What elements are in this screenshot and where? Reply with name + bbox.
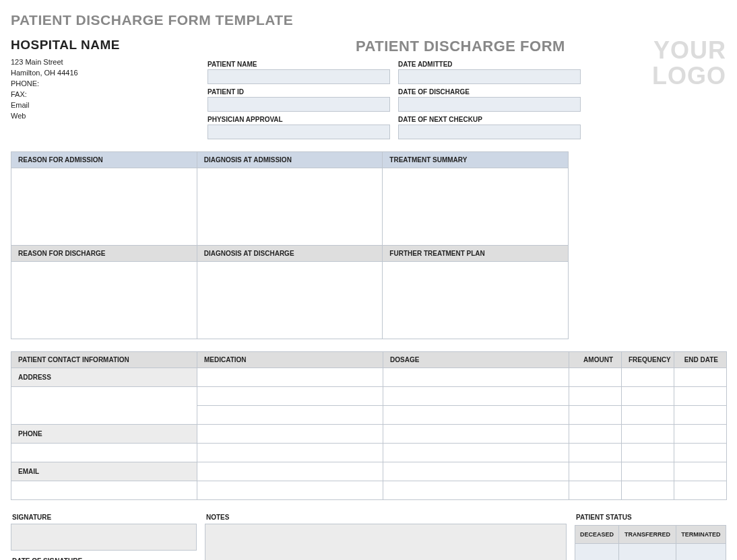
med-cell[interactable]: [197, 425, 383, 444]
med-cell[interactable]: [674, 444, 727, 462]
cell-terminated[interactable]: [676, 544, 726, 561]
med-cell[interactable]: [622, 387, 674, 406]
th-dosage: DOSAGE: [383, 352, 569, 368]
hospital-info: HOSPITAL NAME 123 Main Street Hamilton, …: [11, 38, 197, 143]
med-cell[interactable]: [622, 425, 674, 444]
th-contact-info: PATIENT CONTACT INFORMATION: [11, 352, 197, 368]
body-reason-discharge[interactable]: [11, 262, 197, 339]
label-date-signature: DATE OF SIGNATURE: [11, 555, 197, 560]
med-cell[interactable]: [197, 444, 383, 462]
notes-column: NOTES: [205, 511, 567, 560]
logo-text: YOUR LOGO: [591, 38, 726, 89]
med-cell[interactable]: [197, 462, 383, 481]
status-column: PATIENT STATUS DECEASED TRANSFERRED TERM…: [575, 511, 726, 560]
med-cell[interactable]: [674, 368, 727, 387]
label-address: ADDRESS: [11, 368, 197, 387]
med-cell[interactable]: [569, 481, 622, 500]
header-further-plan: FURTHER TREATMENT PLAN: [383, 246, 569, 262]
hospital-name: HOSPITAL NAME: [11, 38, 197, 53]
med-cell[interactable]: [674, 406, 727, 425]
hospital-addr2: Hamilton, OH 44416: [11, 69, 197, 77]
hospital-email-label: Email: [11, 101, 197, 109]
hospital-web-label: Web: [11, 112, 197, 120]
med-cell[interactable]: [622, 406, 674, 425]
med-cell[interactable]: [383, 368, 569, 387]
med-cell[interactable]: [383, 387, 569, 406]
body-further-plan[interactable]: [383, 262, 569, 339]
input-phone[interactable]: [11, 444, 197, 462]
form-title: PATIENT DISCHARGE FORM: [207, 38, 581, 55]
med-cell[interactable]: [197, 387, 383, 406]
med-cell[interactable]: [383, 406, 569, 425]
th-terminated: TERMINATED: [676, 526, 726, 544]
input-date-discharge[interactable]: [398, 97, 581, 112]
med-cell[interactable]: [569, 387, 622, 406]
page-title: PATIENT DISCHARGE FORM TEMPLATE: [11, 12, 726, 28]
header-diagnosis-discharge: DIAGNOSIS AT DISCHARGE: [197, 246, 383, 262]
med-cell[interactable]: [674, 387, 727, 406]
med-cell[interactable]: [383, 444, 569, 462]
header-diagnosis-admission: DIAGNOSIS AT ADMISSION: [197, 151, 383, 168]
med-cell[interactable]: [622, 444, 674, 462]
input-signature[interactable]: [11, 524, 197, 551]
th-medication: MEDICATION: [197, 352, 383, 368]
med-cell[interactable]: [569, 406, 622, 425]
hospital-phone-label: PHONE:: [11, 79, 197, 88]
input-physician-approval[interactable]: [207, 125, 390, 139]
label-email: EMAIL: [11, 462, 197, 481]
med-cell[interactable]: [622, 481, 674, 500]
label-physician-approval: PHYSICIAN APPROVAL: [207, 116, 390, 123]
label-next-checkup: DATE OF NEXT CHECKUP: [398, 116, 581, 123]
th-frequency: FREQUENCY: [622, 352, 674, 368]
th-amount: AMOUNT: [569, 352, 622, 368]
med-cell[interactable]: [569, 462, 622, 481]
body-reason-admission[interactable]: [11, 168, 197, 246]
top-row: HOSPITAL NAME 123 Main Street Hamilton, …: [11, 38, 726, 143]
footer-block: SIGNATURE DATE OF SIGNATURE NOTES PATIEN…: [11, 511, 726, 560]
med-cell[interactable]: [622, 368, 674, 387]
label-patient-name: PATIENT NAME: [207, 61, 390, 68]
med-cell[interactable]: [569, 368, 622, 387]
med-cell[interactable]: [674, 425, 727, 444]
med-cell[interactable]: [383, 425, 569, 444]
input-patient-name[interactable]: [207, 69, 390, 84]
med-cell[interactable]: [674, 481, 727, 500]
medication-table: PATIENT CONTACT INFORMATION MEDICATION D…: [11, 351, 727, 500]
med-cell[interactable]: [197, 406, 383, 425]
status-table: DECEASED TRANSFERRED TERMINATED: [575, 525, 726, 560]
label-date-discharge: DATE OF DISCHARGE: [398, 88, 581, 96]
th-deceased: DECEASED: [575, 526, 619, 544]
input-next-checkup[interactable]: [398, 125, 581, 139]
th-transferred: TRANSFERRED: [619, 526, 676, 544]
med-cell[interactable]: [383, 462, 569, 481]
input-notes[interactable]: [205, 524, 567, 560]
label-patient-id: PATIENT ID: [207, 88, 390, 96]
hospital-addr1: 123 Main Street: [11, 58, 197, 66]
med-cell[interactable]: [569, 444, 622, 462]
header-treatment-summary: TREATMENT SUMMARY: [383, 151, 569, 168]
med-cell[interactable]: [383, 481, 569, 500]
med-cell[interactable]: [622, 462, 674, 481]
med-cell[interactable]: [197, 368, 383, 387]
input-date-admitted[interactable]: [398, 69, 581, 84]
input-email[interactable]: [11, 481, 197, 500]
med-cell[interactable]: [569, 425, 622, 444]
body-diagnosis-discharge[interactable]: [197, 262, 383, 339]
th-end-date: END DATE: [674, 352, 727, 368]
med-cell[interactable]: [674, 462, 727, 481]
body-treatment-summary[interactable]: [383, 168, 569, 246]
header-reason-discharge: REASON FOR DISCHARGE: [11, 246, 197, 262]
med-cell[interactable]: [197, 481, 383, 500]
signature-column: SIGNATURE DATE OF SIGNATURE: [11, 511, 197, 560]
label-signature: SIGNATURE: [11, 511, 197, 524]
cell-deceased[interactable]: [575, 544, 619, 561]
logo-placeholder: YOUR LOGO: [591, 38, 726, 143]
cell-transferred[interactable]: [619, 544, 676, 561]
input-patient-id[interactable]: [207, 97, 390, 112]
input-address[interactable]: [11, 387, 197, 425]
label-patient-status: PATIENT STATUS: [575, 511, 726, 524]
label-notes: NOTES: [205, 511, 567, 524]
header-reason-admission: REASON FOR ADMISSION: [11, 151, 197, 168]
medication-block: PATIENT CONTACT INFORMATION MEDICATION D…: [11, 351, 726, 500]
body-diagnosis-admission[interactable]: [197, 168, 383, 246]
